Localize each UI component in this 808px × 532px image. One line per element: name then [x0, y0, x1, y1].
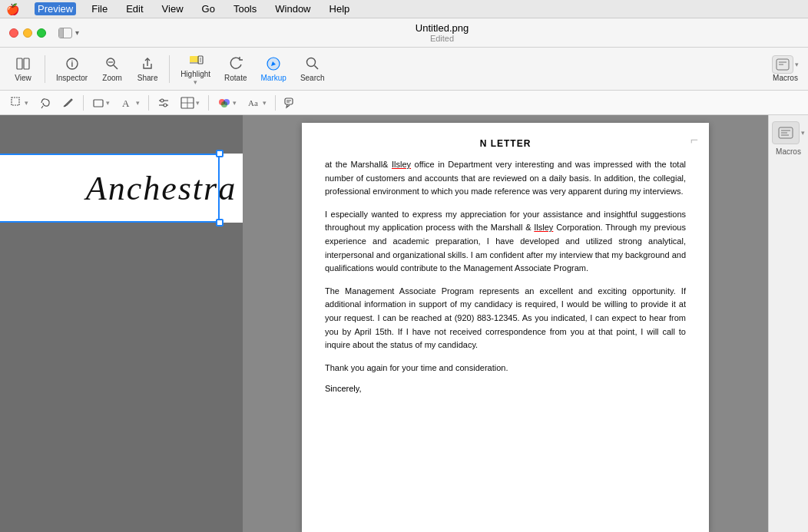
macros-panel-button[interactable]: ▾ [772, 121, 805, 144]
svg-text:Aa: Aa [248, 98, 258, 107]
doc-para-1: at the Marshall& Ilsley office in Depart… [325, 158, 686, 199]
signature-text: Anchestra [86, 169, 237, 208]
toolbar-rotate[interactable]: Rotate [218, 52, 253, 85]
macros-panel: ▾ Macros [768, 115, 808, 532]
search-label: Search [300, 74, 325, 82]
window-title: Untitled.png [416, 22, 469, 34]
speech-tool[interactable] [280, 94, 301, 112]
ilsley-1: Ilsley [392, 160, 411, 169]
close-button[interactable] [9, 28, 18, 38]
menu-window[interactable]: Window [272, 2, 313, 15]
traffic-lights [9, 28, 46, 38]
svg-point-22 [164, 104, 167, 107]
corner-mark: ⌐ [690, 132, 698, 148]
svg-text:i: i [71, 60, 73, 68]
handle-br[interactable] [216, 219, 224, 226]
svg-point-21 [161, 99, 164, 102]
svg-rect-1 [24, 58, 29, 69]
left-panel: Anchestra [0, 115, 243, 532]
color-tool[interactable]: ▾ [213, 94, 241, 112]
doc-heading: N LETTER [325, 138, 686, 149]
toolbar-zoom[interactable]: Zoom [95, 52, 129, 85]
zoom-icon [104, 55, 121, 72]
svg-rect-0 [17, 58, 22, 69]
selection-tool-chevron: ▾ [25, 99, 28, 107]
share-label: Share [137, 74, 158, 82]
pen-tool[interactable] [58, 94, 79, 112]
menu-edit[interactable]: Edit [123, 2, 146, 15]
handle-tr[interactable] [216, 150, 224, 157]
svg-rect-16 [12, 97, 19, 105]
view-icon [15, 55, 31, 72]
doc-salutation: Sincerely, [325, 384, 686, 393]
menu-tools[interactable]: Tools [230, 2, 260, 15]
font-tool[interactable]: Aa ▾ [243, 94, 271, 112]
search-icon [304, 55, 321, 72]
macros-panel-chevron: ▾ [801, 129, 805, 137]
title-info: Untitled.png Edited [85, 22, 799, 43]
doc-para-4: Thank you again for your time and consid… [325, 362, 686, 375]
lasso-tool[interactable] [35, 94, 56, 112]
menu-bar: 🍎 Preview File Edit View Go Tools Window… [0, 0, 808, 18]
svg-line-12 [314, 66, 318, 70]
toolbar-sep-1 [45, 55, 45, 83]
right-panel: ⌐ N LETTER at the Marshall& Ilsley offic… [243, 115, 768, 532]
sub-sep-3 [208, 95, 209, 111]
svg-point-11 [306, 58, 315, 67]
image-container[interactable]: Anchestra [0, 154, 220, 223]
macros-icon[interactable] [772, 55, 793, 74]
rotate-label: Rotate [224, 74, 247, 82]
sub-sep-2 [148, 95, 149, 111]
sidebar-toggle-chevron[interactable]: ▾ [75, 28, 79, 37]
zoom-label: Zoom [102, 74, 122, 82]
markup-icon [265, 55, 282, 72]
inspector-icon: i [64, 55, 81, 72]
svg-text:A: A [122, 97, 130, 109]
toolbar-search[interactable]: Search [294, 52, 331, 85]
macros-panel-label: Macros [776, 147, 801, 156]
main-content: Anchestra ⌐ N LETTER at the Marshall& Il… [0, 115, 808, 532]
menu-preview[interactable]: Preview [35, 2, 76, 15]
maximize-button[interactable] [37, 28, 46, 38]
apple-menu[interactable]: 🍎 [6, 3, 19, 15]
shape-tool[interactable]: ▾ [88, 94, 114, 112]
text-tool[interactable]: A ▾ [116, 94, 144, 112]
sub-sep-1 [83, 95, 84, 111]
menu-view[interactable]: View [159, 2, 187, 15]
main-toolbar: View i Inspector Zoom [0, 48, 808, 91]
window-controls: ▾ [58, 28, 79, 38]
shape-chevron: ▾ [106, 99, 110, 107]
toolbar-share[interactable]: Share [131, 52, 164, 85]
sub-sep-4 [275, 95, 276, 111]
ilsley-2: Ilsley [534, 223, 553, 232]
macros-toolbar-area: ▾ Macros [772, 55, 799, 82]
menu-file[interactable]: File [88, 2, 111, 15]
sidebar-toggle[interactable] [58, 28, 72, 38]
menu-help[interactable]: Help [326, 2, 353, 15]
toolbar-inspector[interactable]: i Inspector [50, 52, 94, 85]
image-box: Anchestra [0, 154, 243, 223]
macros-label: Macros [773, 74, 798, 82]
minimize-button[interactable] [23, 28, 32, 38]
color-chevron: ▾ [233, 99, 237, 107]
svg-line-5 [114, 65, 118, 69]
toolbar-markup[interactable]: Markup [255, 52, 293, 85]
menu-go[interactable]: Go [199, 2, 218, 15]
macros-button[interactable]: ▾ [772, 55, 799, 74]
text-chevron: ▾ [136, 99, 140, 107]
svg-rect-30 [285, 98, 293, 104]
share-icon [139, 55, 156, 72]
title-bar: ▾ Untitled.png Edited [0, 18, 808, 48]
rotate-icon [227, 55, 244, 72]
macros-panel-icon[interactable] [772, 121, 800, 144]
highlight-icon [187, 51, 204, 68]
toolbar-highlight[interactable]: Highlight ▾ [174, 48, 217, 89]
highlight-chevron: ▾ [194, 78, 197, 86]
layout-tool[interactable]: ▾ [176, 94, 204, 112]
adjust-tool[interactable] [153, 94, 174, 112]
selection-tool[interactable]: ▾ [6, 94, 33, 112]
toolbar-view[interactable]: View [6, 52, 40, 85]
sub-toolbar: ▾ ▾ A ▾ [0, 91, 808, 115]
markup-label: Markup [261, 74, 286, 82]
layout-chevron: ▾ [196, 99, 200, 107]
